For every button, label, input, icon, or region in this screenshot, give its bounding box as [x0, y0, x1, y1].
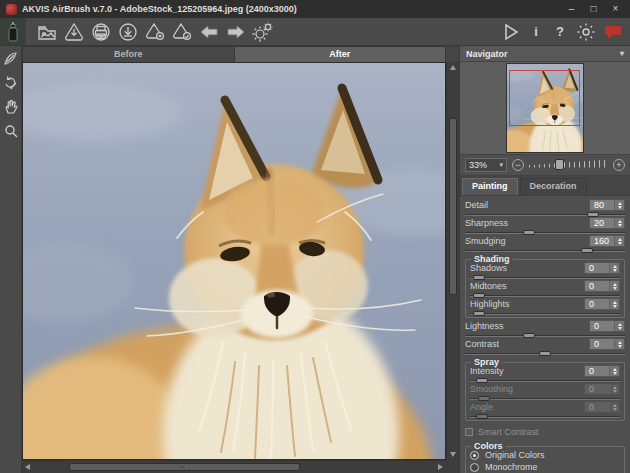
zoom-value-dropdown[interactable]: 33% ▾ [465, 158, 507, 172]
horizontal-scrollbar[interactable] [22, 460, 446, 473]
param-value-field[interactable]: 20 [589, 217, 625, 229]
main-toolbar: i ? [0, 18, 630, 46]
spinner[interactable] [614, 200, 624, 210]
spinner[interactable] [609, 299, 619, 309]
zoom-slider[interactable] [529, 159, 608, 172]
run-button[interactable] [497, 20, 524, 44]
slider-handle[interactable] [581, 248, 593, 253]
navigator-header[interactable]: Navigator ▾ [460, 46, 630, 62]
save-image-button[interactable] [60, 20, 87, 44]
param-slider[interactable] [470, 311, 620, 316]
smart-contrast-checkbox[interactable] [465, 428, 473, 436]
batch-processing-button[interactable] [249, 20, 276, 44]
spinner[interactable] [614, 236, 624, 246]
param-value-field[interactable]: 80 [589, 199, 625, 211]
preferences-button[interactable] [572, 20, 599, 44]
tab-decoration[interactable]: Decoration [520, 178, 587, 195]
scroll-up-arrow[interactable] [450, 65, 456, 70]
tab-before[interactable]: Before [23, 47, 234, 62]
spinner[interactable] [609, 263, 619, 273]
spin-up-icon[interactable] [613, 301, 617, 304]
radio-icon[interactable] [470, 463, 479, 472]
param-label: Smoothing [470, 384, 584, 394]
image-canvas[interactable] [22, 62, 446, 460]
spin-down-icon[interactable] [618, 224, 622, 227]
param-value-field[interactable]: 0 [589, 320, 625, 332]
spinner[interactable] [609, 281, 619, 291]
spinner[interactable] [614, 218, 624, 228]
spin-up-icon[interactable] [613, 283, 617, 286]
tab-after[interactable]: After [235, 47, 446, 62]
spin-down-icon[interactable] [618, 242, 622, 245]
param-value: 20 [594, 218, 604, 228]
history-brush-icon[interactable] [1, 73, 21, 92]
spinner [609, 402, 619, 412]
spin-down-icon[interactable] [613, 269, 617, 272]
spinner[interactable] [614, 339, 624, 349]
quick-preview-icon[interactable] [1, 49, 21, 68]
param-slider[interactable] [465, 351, 625, 356]
spin-down-icon[interactable] [618, 327, 622, 330]
tab-painting[interactable]: Painting [462, 178, 518, 195]
hand-icon[interactable] [1, 97, 21, 116]
param-value-field[interactable]: 0 [584, 365, 620, 377]
navigator-thumbnail[interactable] [507, 64, 583, 152]
param-shadows: Shadows 0 [470, 262, 620, 280]
spinner[interactable] [614, 321, 624, 331]
vertical-scroll-thumb[interactable] [449, 118, 457, 295]
scroll-left-arrow[interactable] [25, 464, 30, 470]
spin-up-icon[interactable] [618, 202, 622, 205]
zoom-tool-icon[interactable] [1, 121, 21, 140]
close-button[interactable]: × [607, 1, 624, 17]
zoom-slider-handle[interactable] [555, 159, 564, 170]
spin-up-icon[interactable] [618, 220, 622, 223]
spin-down-icon[interactable] [613, 372, 617, 375]
share-alt-button[interactable] [168, 20, 195, 44]
redo-button[interactable] [222, 20, 249, 44]
spray-group: Spray Intensity 0 Smoothing 0 Angle 0 [465, 362, 625, 421]
zoom-out-button[interactable]: − [512, 159, 524, 171]
navigator-view-frame[interactable] [509, 70, 580, 126]
vertical-scrollbar[interactable] [446, 62, 459, 460]
spin-up-icon[interactable] [618, 238, 622, 241]
spin-down-icon[interactable] [618, 345, 622, 348]
info-button[interactable]: i [524, 24, 548, 39]
spin-down-icon[interactable] [613, 305, 617, 308]
fox-image [23, 63, 445, 459]
horizontal-scroll-thumb[interactable] [69, 463, 300, 471]
spin-down-icon[interactable] [618, 206, 622, 209]
maximize-button[interactable]: □ [585, 1, 602, 17]
spin-up-icon[interactable] [613, 265, 617, 268]
spinner[interactable] [609, 366, 619, 376]
scroll-down-arrow[interactable] [450, 452, 456, 457]
import-button[interactable] [114, 20, 141, 44]
share-button[interactable] [141, 20, 168, 44]
param-value-field[interactable]: 0 [584, 262, 620, 274]
app-logo-icon [6, 4, 17, 15]
spin-down-icon[interactable] [613, 287, 617, 290]
spin-up-icon[interactable] [618, 341, 622, 344]
spin-up-icon[interactable] [613, 368, 617, 371]
navigator-collapse-icon[interactable]: ▾ [620, 49, 624, 58]
radio-icon[interactable] [470, 451, 479, 460]
param-angle: Angle 0 [470, 401, 620, 419]
slider-handle[interactable] [539, 351, 551, 356]
param-value-field[interactable]: 0 [584, 280, 620, 292]
help-button[interactable]: ? [548, 24, 572, 39]
zoom-in-button[interactable]: + [613, 159, 625, 171]
open-image-button[interactable] [33, 20, 60, 44]
param-value-field[interactable]: 0 [589, 338, 625, 350]
param-slider[interactable] [465, 248, 625, 253]
slider-handle[interactable] [473, 311, 485, 316]
feedback-icon[interactable] [599, 20, 626, 44]
scroll-right-arrow[interactable] [438, 464, 443, 470]
param-value: 80 [594, 200, 604, 210]
print-button[interactable] [87, 20, 114, 44]
param-value-field[interactable]: 160 [589, 235, 625, 247]
parameters-panel: Detail 80 Sharpness 20 Smudging 160 Shad… [460, 196, 630, 473]
param-value-field[interactable]: 0 [584, 298, 620, 310]
minimize-button[interactable]: – [563, 1, 580, 17]
spin-up-icon[interactable] [618, 323, 622, 326]
undo-button[interactable] [195, 20, 222, 44]
radio-monochrome[interactable]: Monochrome [470, 461, 620, 473]
